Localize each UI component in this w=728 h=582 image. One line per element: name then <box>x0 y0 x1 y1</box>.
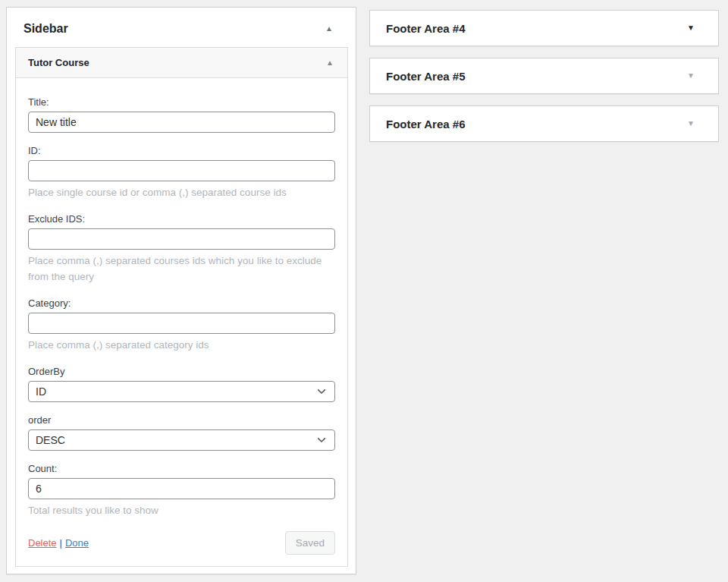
footer-area-4-title: Footer Area #4 <box>386 22 465 35</box>
sidebar-area-header[interactable]: Sidebar ▲ <box>7 8 356 47</box>
count-input[interactable] <box>28 478 335 499</box>
title-input[interactable] <box>28 112 335 133</box>
orderby-selected-value: ID <box>36 385 46 398</box>
field-title: Title: <box>28 96 335 133</box>
id-input[interactable] <box>28 160 335 181</box>
field-orderby: OrderBy ID <box>28 366 335 402</box>
expand-down-icon[interactable]: ▼ <box>687 120 695 127</box>
widget-title: Tutor Course <box>28 57 89 68</box>
sidebar-area-title: Sidebar <box>24 22 68 36</box>
order-select[interactable]: DESC <box>28 429 335 451</box>
id-help-text: Place single course id or comma (,) sepa… <box>28 185 335 201</box>
sidebar-column: Sidebar ▲ Tutor Course ▲ Title: ID: <box>6 7 356 574</box>
orderby-select[interactable]: ID <box>28 381 335 402</box>
exclude-ids-input[interactable] <box>28 228 335 250</box>
sidebar-widget-area: Sidebar ▲ Tutor Course ▲ Title: ID: <box>6 7 356 574</box>
field-category: Category: Place comma (,) separated cate… <box>28 297 335 354</box>
collapse-up-icon[interactable]: ▲ <box>326 59 334 67</box>
category-input[interactable] <box>28 313 335 334</box>
title-label: Title: <box>28 96 335 108</box>
field-id: ID: Place single course id or comma (,) … <box>28 145 335 201</box>
footer-area-4-header[interactable]: Footer Area #4 ▼ <box>369 10 719 46</box>
done-link[interactable]: Done <box>65 537 89 549</box>
expand-down-icon[interactable]: ▼ <box>687 24 695 32</box>
footer-area-6-title: Footer Area #6 <box>386 118 465 131</box>
tutor-course-widget: Tutor Course ▲ Title: ID: Place single c… <box>15 47 348 567</box>
order-label: order <box>28 414 335 426</box>
saved-button[interactable]: Saved <box>285 531 335 555</box>
order-selected-value: DESC <box>36 434 65 446</box>
footer-area-6-header[interactable]: Footer Area #6 ▼ <box>369 105 719 142</box>
field-count: Count: Total results you like to show <box>28 463 335 519</box>
exclude-ids-label: Exclude IDS: <box>28 213 335 225</box>
footer-area-5-title: Footer Area #5 <box>386 70 465 83</box>
category-label: Category: <box>28 297 335 309</box>
id-label: ID: <box>28 145 335 156</box>
widgets-screen: Sidebar ▲ Tutor Course ▲ Title: ID: <box>0 0 728 574</box>
footer-area-5-header[interactable]: Footer Area #5 ▼ <box>369 58 719 94</box>
widget-settings-form: Title: ID: Place single course id or com… <box>16 78 347 566</box>
widget-actions: Delete|Done Saved <box>28 531 335 555</box>
chevron-down-icon <box>316 386 327 397</box>
exclude-ids-help-text: Place comma (,) separated courses ids wh… <box>28 253 335 285</box>
footer-areas-column: Footer Area #4 ▼ Footer Area #5 ▼ Footer… <box>369 7 719 574</box>
field-order: order DESC <box>28 414 335 451</box>
collapse-up-icon[interactable]: ▲ <box>325 25 333 33</box>
count-help-text: Total results you like to show <box>28 503 335 519</box>
orderby-label: OrderBy <box>28 366 335 377</box>
delete-link[interactable]: Delete <box>28 537 57 549</box>
category-help-text: Place comma (,) separated category ids <box>28 338 335 354</box>
link-separator: | <box>60 537 62 549</box>
expand-down-icon[interactable]: ▼ <box>687 72 695 80</box>
field-exclude-ids: Exclude IDS: Place comma (,) separated c… <box>28 213 335 285</box>
tutor-course-widget-header[interactable]: Tutor Course ▲ <box>16 48 347 78</box>
chevron-down-icon <box>316 435 327 445</box>
widget-action-links: Delete|Done <box>28 537 89 549</box>
count-label: Count: <box>28 463 335 474</box>
